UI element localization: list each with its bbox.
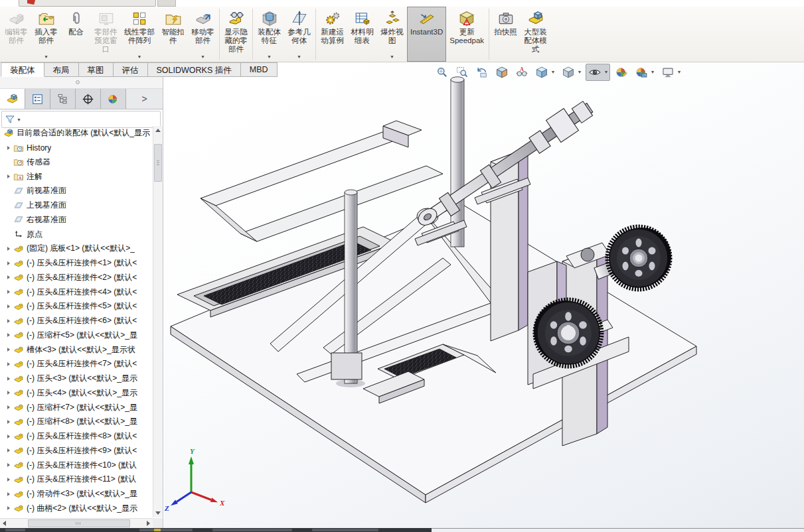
expand-arrow-icon[interactable]: [3, 478, 13, 482]
tab-layout[interactable]: 布局: [44, 62, 79, 77]
scroll-up-button[interactable]: [153, 126, 162, 135]
expand-arrow-icon[interactable]: [3, 405, 13, 409]
tree-item[interactable]: (-) 压头&压杆连接件<10> (默认: [0, 458, 153, 472]
tree-item[interactable]: (-) 压缩杆<5> (默认<<默认>_显: [0, 328, 153, 343]
expand-arrow-icon[interactable]: [3, 146, 13, 150]
tree-item[interactable]: (-) 压头&压杆连接件<2> (默认<: [0, 271, 153, 285]
panel-tab-overflow-chevron[interactable]: >: [141, 94, 147, 104]
expand-arrow-icon[interactable]: [3, 448, 13, 452]
panel-tab-dimxpertmanager[interactable]: [76, 89, 101, 109]
tree-root-item[interactable]: 目前最合适的装配体 (默认<默认_显示: [0, 126, 153, 141]
expand-arrow-icon[interactable]: [3, 304, 13, 308]
tree-item[interactable]: (-) 压头&压杆连接件<1> (默认<: [0, 256, 153, 271]
tab-assembly[interactable]: 装配体: [1, 62, 44, 77]
ribbon-button-linear-pattern[interactable]: 线性零部 件阵列▼: [121, 7, 158, 62]
assembly-model[interactable]: Y X Z: [164, 62, 804, 528]
panel-splitter-horizontal[interactable]: [0, 77, 163, 89]
headsup-previous-view[interactable]: [473, 64, 491, 81]
ribbon-button-show-hidden-components[interactable]: 显示隐 藏的零 部件: [221, 7, 251, 62]
panel-tab-featuremanager[interactable]: [0, 89, 25, 109]
expand-arrow-icon[interactable]: [3, 275, 13, 279]
headsup-view-settings[interactable]: ▼: [659, 64, 683, 81]
tree-item[interactable]: (-) 压头&压杆连接件<11> (默认: [0, 472, 153, 487]
expand-arrow-icon[interactable]: [3, 506, 13, 510]
panel-tab-configurationmanager[interactable]: [50, 89, 76, 109]
ribbon-button-large-assembly-mode[interactable]: 大型装 配体模 式: [521, 7, 550, 62]
tree-vertical-scrollbar[interactable]: [153, 126, 163, 517]
panel-tab-propertymanager[interactable]: [25, 89, 50, 109]
ribbon-button-smart-fasteners[interactable]: 智能扣 件: [158, 7, 188, 62]
scroll-down-button[interactable]: [153, 509, 162, 517]
tree-item[interactable]: (-) 压缩杆<7> (默认<<默认>_显: [0, 400, 153, 415]
headsup-view-annotations[interactable]: A: [513, 64, 530, 81]
tree-item[interactable]: (-) 压头&压杆连接件<8> (默认<: [0, 429, 153, 444]
dropdown-caret-icon[interactable]: ▼: [550, 70, 556, 74]
expand-arrow-icon[interactable]: [3, 391, 13, 395]
tree-item[interactable]: (-) 压头<4> (默认<<默认>_显示: [0, 386, 153, 401]
expand-arrow-icon[interactable]: [3, 463, 13, 467]
dropdown-caret-icon[interactable]: ▼: [676, 70, 683, 74]
tree-item[interactable]: (固定) 底板<1> (默认<<默认>_: [0, 241, 153, 256]
expand-arrow-icon[interactable]: [3, 434, 13, 438]
dropdown-caret-icon[interactable]: ▼: [137, 54, 142, 60]
dropdown-caret-icon[interactable]: ▼: [649, 70, 656, 74]
expand-arrow-icon[interactable]: [3, 492, 13, 496]
ribbon-button-move-component[interactable]: 移动零 部件▼: [188, 7, 218, 62]
tree-item[interactable]: History: [0, 141, 153, 155]
model-gear-large[interactable]: [608, 228, 671, 289]
tree-horizontal-scrollbar[interactable]: [0, 518, 153, 528]
tree-item[interactable]: (-) 压头&压杆连接件<5> (默认<: [0, 299, 153, 314]
expand-arrow-icon[interactable]: [3, 377, 13, 381]
dropdown-caret-icon[interactable]: ▼: [576, 70, 583, 74]
tree-item[interactable]: (-) 曲柄<2> (默认<<默认>_显示: [0, 501, 153, 516]
dropdown-caret-icon[interactable]: ▼: [267, 54, 272, 60]
expand-arrow-icon[interactable]: [3, 348, 13, 352]
headsup-zoom-area[interactable]: [453, 64, 471, 81]
headsup-apply-scene[interactable]: ▼: [632, 64, 657, 81]
ribbon-button-exploded-view[interactable]: 爆炸视 图▼: [377, 7, 407, 62]
headsup-edit-appearance[interactable]: [612, 64, 630, 81]
tab-evaluate[interactable]: 评估: [113, 62, 148, 77]
tree-item[interactable]: 槽体<3> (默认<<默认>_显示状: [0, 342, 153, 357]
expand-arrow-icon[interactable]: [3, 362, 13, 366]
headsup-zoom-fit[interactable]: [433, 64, 451, 81]
expand-arrow-icon[interactable]: [3, 290, 13, 294]
expand-arrow-icon[interactable]: [3, 261, 13, 265]
expand-arrow-icon[interactable]: [3, 174, 13, 178]
expand-arrow-icon[interactable]: [3, 319, 13, 323]
tree-item[interactable]: (-) 压缩杆<8> (默认<<默认>_显: [0, 415, 153, 429]
horizontal-scroll-thumb[interactable]: [28, 519, 130, 527]
model-upper-rail-frame[interactable]: [201, 121, 443, 241]
tree-item[interactable]: 传感器: [0, 155, 153, 170]
tree-item[interactable]: A注解: [0, 169, 153, 184]
expand-arrow-icon[interactable]: [3, 247, 13, 251]
dropdown-caret-icon[interactable]: ▼: [297, 54, 301, 60]
tree-item[interactable]: 前视基准面: [0, 184, 153, 198]
tree-item[interactable]: (-) 压头&压杆连接件<9> (默认<: [0, 444, 153, 458]
ribbon-button-motion-study[interactable]: 新建运 动算例: [317, 7, 347, 62]
headsup-section-view[interactable]: [493, 64, 511, 81]
tree-item[interactable]: 原点: [0, 227, 153, 241]
tree-item[interactable]: 右视基准面: [0, 213, 153, 228]
scroll-right-button[interactable]: [144, 519, 153, 527]
tree-item[interactable]: (-) 滑动件<3> (默认<<默认>_显: [0, 487, 153, 501]
tree-item[interactable]: (-) 压头&压杆连接件<7> (默认<: [0, 357, 153, 371]
panel-tab-displaymanager[interactable]: [101, 89, 126, 109]
vertical-scroll-thumb[interactable]: [154, 144, 162, 182]
tree-item[interactable]: (-) 压头&压杆连接件<4> (默认<: [0, 285, 153, 299]
expand-arrow-icon[interactable]: [3, 420, 13, 424]
ribbon-button-insert-component[interactable]: 插入零 部件▼: [31, 7, 61, 62]
ribbon-button-assembly-features[interactable]: 装配体 特征▼: [254, 7, 284, 62]
expand-arrow-icon[interactable]: [3, 333, 13, 337]
headsup-view-orientation[interactable]: ▼: [532, 64, 557, 81]
ribbon-button-reference-geometry[interactable]: 参考几 何体▼: [284, 7, 314, 62]
dropdown-caret-icon[interactable]: ▼: [201, 54, 205, 60]
tree-item[interactable]: 上视基准面: [0, 198, 153, 213]
tree-item[interactable]: (-) 压头&压杆连接件<6> (默认<: [0, 314, 153, 328]
ribbon-button-mate[interactable]: 配合: [61, 7, 91, 62]
tab-sketch[interactable]: 草图: [78, 62, 114, 77]
ribbon-button-instant3d[interactable]: Instant3D: [407, 7, 446, 62]
headsup-display-style[interactable]: ▼: [559, 64, 584, 81]
dropdown-caret-icon[interactable]: ▼: [44, 54, 48, 60]
dropdown-caret-icon[interactable]: ▼: [17, 117, 21, 122]
